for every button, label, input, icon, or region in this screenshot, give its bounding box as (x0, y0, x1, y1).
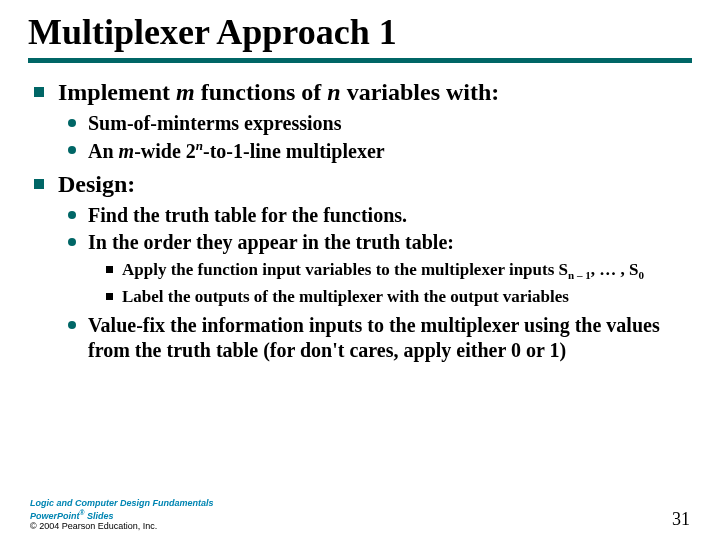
text: -wide 2 (134, 139, 196, 161)
text: An (88, 139, 119, 161)
slide-title: Multiplexer Approach 1 (28, 14, 692, 52)
bullet-som: Sum-of-minterms expressions (64, 111, 692, 136)
text: variables with: (341, 79, 500, 105)
text: functions of (195, 79, 328, 105)
sub-nminus1: n – 1 (568, 270, 591, 282)
title-underline (28, 58, 692, 63)
text: PowerPoint (30, 511, 80, 521)
bullet-valuefix: Value-fix the information inputs to the … (64, 313, 692, 363)
var-m: m (119, 139, 135, 161)
text: Slides (85, 511, 114, 521)
bullet-implement: Implement m functions of n variables wit… (28, 77, 692, 164)
var-n-sup: n (196, 138, 203, 153)
text: In the order they appear in the truth ta… (88, 231, 454, 253)
bullet-list-l2: Sum-of-minterms expressions An m-wide 2n… (64, 111, 692, 164)
bullet-order: In the order they appear in the truth ta… (64, 230, 692, 306)
text: -to-1-line multiplexer (203, 139, 385, 161)
slide: Multiplexer Approach 1 Implement m funct… (0, 0, 720, 540)
text: , … , S (591, 260, 639, 279)
bullet-label: Label the outputs of the multiplexer wit… (102, 286, 692, 307)
bullet-design: Design: Find the truth table for the fun… (28, 169, 692, 362)
footer-line1: Logic and Computer Design Fundamentals (30, 499, 214, 509)
bullet-list-l2: Find the truth table for the functions. … (64, 203, 692, 362)
footer-copyright: © 2004 Pearson Education, Inc. (30, 522, 214, 532)
page-number: 31 (672, 509, 690, 530)
var-n: n (327, 79, 340, 105)
text: Apply the function input variables to th… (122, 260, 568, 279)
bullet-mux: An m-wide 2n-to-1-line multiplexer (64, 138, 692, 164)
bullet-list-l3: Apply the function input variables to th… (102, 259, 692, 306)
text: Design: (58, 171, 135, 197)
bullet-apply: Apply the function input variables to th… (102, 259, 692, 283)
bullet-list-l1: Implement m functions of n variables wit… (28, 77, 692, 363)
text: Implement (58, 79, 176, 105)
sub-zero: 0 (638, 270, 644, 282)
bullet-truth: Find the truth table for the functions. (64, 203, 692, 228)
footer-logo: Logic and Computer Design Fundamentals P… (30, 499, 214, 532)
var-m: m (176, 79, 195, 105)
